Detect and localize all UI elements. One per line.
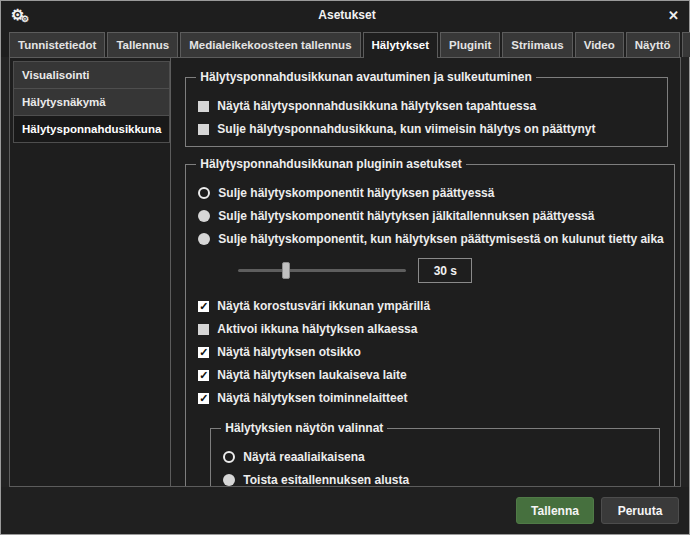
checkbox[interactable]: [198, 124, 209, 135]
settings-window: ⚙ ⚙ Asetukset ✕ Tunnistetiedot Tallennus…: [0, 0, 690, 535]
radio-row: Sulje hälytyskomponentit hälytyksen päät…: [198, 186, 663, 200]
group-popup-plugin-settings: Hälytysponnahdusikkunan pluginin asetuks…: [185, 157, 674, 486]
tab-naytto[interactable]: Näyttö: [626, 32, 680, 57]
radio-label: Sulje hälytyskomponentit hälytyksen jälk…: [218, 209, 594, 223]
radio-button[interactable]: [198, 233, 210, 245]
radio-button[interactable]: [223, 451, 235, 463]
save-button[interactable]: Tallenna: [516, 497, 594, 524]
radio-button[interactable]: [198, 187, 210, 199]
radio-row: Sulje hälytyskomponentit, kun hälytyksen…: [198, 232, 663, 246]
tab-tallennus[interactable]: Tallennus: [107, 32, 178, 57]
delay-value-box[interactable]: 30 s: [418, 258, 472, 283]
checkbox-label: Näytä korostusväri ikkunan ympärillä: [217, 299, 430, 313]
tab-page-panel: Visualisointi Hälytysnäkymä Hälytysponna…: [9, 57, 681, 487]
tab-pluginit[interactable]: Pluginit: [440, 32, 500, 57]
titlebar: ⚙ ⚙ Asetukset ✕: [1, 1, 689, 29]
radio-label: Toista esitallennuksen alusta: [243, 473, 409, 486]
tab-datavalimuisti[interactable]: Datavälimuisti: [682, 32, 690, 57]
sidebar: Visualisointi Hälytysnäkymä Hälytysponna…: [10, 58, 171, 486]
cancel-button[interactable]: Peruuta: [601, 497, 679, 524]
group-title: Hälytysponnahdusikkunan avautuminen ja s…: [196, 70, 535, 84]
tab-video[interactable]: Video: [575, 32, 624, 57]
settings-gear-icon: ⚙ ⚙: [11, 6, 33, 24]
checkbox-row: Aktivoi ikkuna hälytyksen alkaessa: [198, 322, 663, 336]
checkbox-row: Näytä hälytysponnahdusikkuna hälytyksen …: [198, 99, 657, 113]
checkbox[interactable]: [198, 101, 209, 112]
group-popup-open-close: Hälytysponnahdusikkunan avautuminen ja s…: [185, 70, 668, 147]
radio-button[interactable]: [223, 474, 235, 486]
gear-icon-small: ⚙: [21, 13, 29, 25]
delay-slider-track[interactable]: [238, 269, 406, 272]
settings-content: Hälytysponnahdusikkunan avautuminen ja s…: [171, 58, 680, 486]
checkbox-label: Näytä hälytyksen otsikko: [217, 345, 360, 359]
sidebar-item-halytysponnahdusikkuna[interactable]: Hälytysponnahdusikkuna: [13, 115, 170, 143]
checkbox-row: Näytä hälytyksen toiminnelaitteet: [198, 391, 663, 405]
group-title: Hälytysponnahdusikkunan pluginin asetuks…: [196, 157, 465, 171]
radio-label: Sulje hälytyskomponentit, kun hälytyksen…: [218, 232, 663, 246]
checkbox-label: Näytä hälytyksen laukaiseva laite: [217, 368, 406, 382]
checkbox[interactable]: [198, 324, 209, 335]
delay-slider-row: 30 s: [238, 258, 663, 283]
radio-row: Näytä reaaliaikaisena: [223, 450, 648, 464]
tab-bar: Tunnistetiedot Tallennus Medialeikekoost…: [1, 29, 689, 57]
tab-medialeikekoosteen-tallennus[interactable]: Medialeikekoosteen tallennus: [180, 32, 360, 57]
tab-tunnistetiedot[interactable]: Tunnistetiedot: [9, 32, 105, 57]
checkbox-row: Sulje hälytysponnahdusikkuna, kun viimei…: [198, 122, 657, 136]
checkbox-label: Näytä hälytyksen toiminnelaitteet: [217, 391, 407, 405]
radio-row: Toista esitallennuksen alusta: [223, 473, 648, 486]
checkbox-row: Näytä hälytyksen otsikko: [198, 345, 663, 359]
checkbox-label: Sulje hälytysponnahdusikkuna, kun viimei…: [217, 122, 595, 136]
checkbox-row: Näytä korostusväri ikkunan ympärillä: [198, 299, 663, 313]
window-title: Asetukset: [33, 8, 661, 22]
sidebar-item-halytysnakyma[interactable]: Hälytysnäkymä: [13, 88, 170, 115]
group-title: Hälytyksien näytön valinnat: [221, 421, 387, 435]
radio-label: Näytä reaaliaikaisena: [243, 450, 364, 464]
radio-button[interactable]: [198, 210, 210, 222]
sidebar-item-visualisointi[interactable]: Visualisointi: [13, 61, 170, 88]
radio-label: Sulje hälytyskomponentit hälytyksen päät…: [218, 186, 494, 200]
group-alarm-display-choices: Hälytyksien näytön valinnat Näytä reaali…: [210, 421, 659, 486]
checkbox[interactable]: [198, 370, 209, 381]
tab-striimaus[interactable]: Striimaus: [502, 32, 572, 57]
tab-halytykset[interactable]: Hälytykset: [363, 32, 439, 58]
footer: Tallenna Peruuta: [1, 487, 689, 534]
checkbox[interactable]: [198, 347, 209, 358]
checkbox-label: Aktivoi ikkuna hälytyksen alkaessa: [217, 322, 417, 336]
close-icon[interactable]: ✕: [661, 8, 679, 23]
delay-slider-handle[interactable]: [282, 262, 290, 279]
checkbox[interactable]: [198, 393, 209, 404]
display-options-checkboxes: Näytä korostusväri ikkunan ympärillä Akt…: [196, 299, 663, 405]
radio-row: Sulje hälytyskomponentit hälytyksen jälk…: [198, 209, 663, 223]
checkbox-row: Näytä hälytyksen laukaiseva laite: [198, 368, 663, 382]
checkbox[interactable]: [198, 301, 209, 312]
checkbox-label: Näytä hälytysponnahdusikkuna hälytyksen …: [217, 99, 536, 113]
